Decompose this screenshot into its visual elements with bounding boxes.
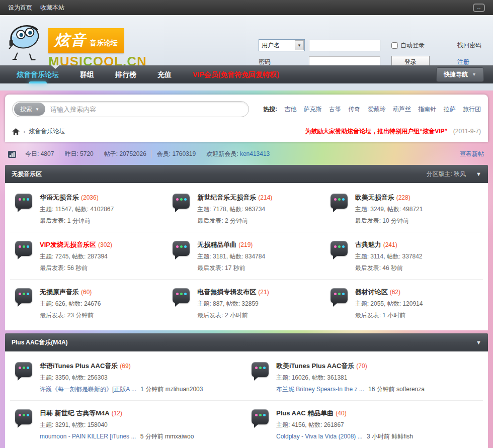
- lastpost-thread-link[interactable]: 布兰妮 Britney Spears-In the z ...: [276, 386, 364, 393]
- forum-bubble-icon[interactable]: [173, 288, 190, 303]
- search-button[interactable]: 搜索 ▼: [14, 103, 45, 116]
- collapse-triangle-icon[interactable]: ▼: [476, 171, 481, 177]
- logo-banner: 炫音 音乐论坛: [48, 28, 124, 53]
- forum-title-link[interactable]: 电音無損专辑发布区: [197, 288, 256, 296]
- forum-bubble-icon[interactable]: [15, 241, 32, 256]
- forum-bubble-icon[interactable]: [15, 194, 32, 209]
- lastpost-thread-link[interactable]: moumoon - PAIN KILLER [iTunes ...: [40, 433, 136, 440]
- set-home-link[interactable]: 设为首页: [8, 4, 32, 12]
- forum-stats-line: 主题: 11547, 帖数: 4102867: [40, 205, 114, 214]
- forum-bubble-icon[interactable]: [15, 288, 32, 303]
- forum-title-link[interactable]: 无损原声音乐: [40, 288, 79, 296]
- header-divider-strip: [0, 83, 493, 91]
- topbar: 设为首页 收藏本站 ↔: [0, 0, 493, 15]
- section-moderators[interactable]: 分区版主: 秋风: [426, 170, 466, 178]
- collapse-triangle-icon[interactable]: ▼: [476, 339, 481, 345]
- forum-today-count: (70): [356, 363, 367, 370]
- forum-stats: 今日: 4807 昨日: 5720 帖子: 20752026 会员: 17603…: [5, 142, 488, 165]
- forum-lastpost-line: Coldplay - Viva la Vida (2008) ... 3 小时前…: [276, 432, 413, 441]
- forum-bubble-icon[interactable]: [15, 409, 32, 424]
- auto-login-checkbox[interactable]: [391, 42, 398, 49]
- forum-title-link[interactable]: 新世纪音乐无损音乐: [197, 194, 256, 201]
- hot-keyword[interactable]: 萨克斯: [304, 106, 322, 113]
- quick-nav-button[interactable]: 快捷导航 ▼: [436, 67, 484, 82]
- search-panel: 搜索 ▼ 热搜: 吉他 萨克斯 古筝 传奇 爱戴玲 葫芦丝 指南针 拉萨 旅行团: [5, 95, 488, 142]
- forum-lastpost-line: 最后发表: 1 分钟前: [40, 217, 114, 225]
- nav-item-groups[interactable]: 群组: [69, 65, 105, 83]
- new-member-link[interactable]: ken413413: [240, 150, 270, 157]
- hot-keyword[interactable]: 指南针: [418, 106, 436, 113]
- forum-cell: 无损原声音乐(60) 主题: 626, 帖数: 24676 最后发表: 23 分…: [10, 280, 168, 326]
- widescreen-toggle-icon[interactable]: ↔: [473, 4, 485, 12]
- forum-cell: 日韩 新世纪 古典等M4A(12) 主题: 3291, 帖数: 158040 m…: [10, 401, 247, 447]
- forum-today-count: (228): [396, 194, 410, 201]
- forum-cell: 华语无损音乐(2036) 主题: 11547, 帖数: 4102867 最后发表…: [10, 185, 168, 232]
- search-chevron-down-icon: ▼: [35, 107, 39, 112]
- auto-login-label: 自动登录: [400, 41, 425, 50]
- hot-keyword[interactable]: 古筝: [329, 106, 341, 113]
- lastpost-thread-link[interactable]: Coldplay - Viva la Vida (2008) ...: [276, 433, 363, 440]
- notice-date: (2011-9-7): [453, 128, 481, 135]
- forum-title-link[interactable]: Plus AAC 精品单曲: [276, 409, 334, 417]
- nav-item-recharge[interactable]: 充值: [147, 65, 182, 83]
- forum-title-link[interactable]: 欧美iTunes Plus AAC音乐: [276, 362, 354, 370]
- forum-title-link[interactable]: 器材讨论区: [355, 288, 388, 296]
- forum-bubble-icon[interactable]: [15, 362, 32, 377]
- home-icon[interactable]: [12, 128, 20, 135]
- hot-keyword[interactable]: 爱戴玲: [368, 106, 386, 113]
- forum-stats-line: 主题: 3249, 帖数: 498721: [355, 205, 423, 214]
- nav-item-ranking[interactable]: 排行榜: [105, 65, 147, 83]
- forum-bubble-icon[interactable]: [331, 288, 348, 303]
- login-field-select[interactable]: 用户名 ▼: [259, 39, 305, 51]
- find-password-link[interactable]: 找回密码: [457, 41, 481, 50]
- forum-stats-line: 主题: 16026, 帖数: 361381: [276, 374, 425, 382]
- nav-item-vip[interactable]: VIP会员(免音符免回复特权): [182, 65, 290, 83]
- select-chevron-down-icon: ▼: [295, 40, 304, 50]
- main-nav: 炫音音乐论坛 群组 排行榜 充值 VIP会员(免音符免回复特权) 快捷导航 ▼: [0, 65, 493, 83]
- hot-keyword[interactable]: 拉萨: [444, 106, 456, 113]
- site-logo[interactable]: 炫音 音乐论坛 MUSICOOL.CN: [4, 17, 147, 69]
- forum-title-link[interactable]: 欧美无损音乐: [355, 194, 394, 201]
- forum-title-link[interactable]: 无损精品单曲: [197, 241, 236, 248]
- forum-title-link[interactable]: 日韩 新世纪 古典等M4A: [40, 409, 110, 417]
- hot-keyword[interactable]: 葫芦丝: [393, 106, 411, 113]
- forum-bubble-icon[interactable]: [252, 362, 269, 377]
- section-header-lossless: 无损音乐区 分区版主: 秋风 ▼: [5, 165, 488, 183]
- stat-posts: 帖子: 20752026: [99, 150, 151, 158]
- vip-notice-link[interactable]: 为鼓励大家赞助炫音论坛，推出特别用户组“炫音VIP”: [305, 128, 447, 135]
- search-bar: 搜索 ▼: [12, 101, 249, 117]
- stat-yesterday: 昨日: 5720: [59, 150, 98, 158]
- forum-stats-line: 主题: 3350, 帖数: 256303: [40, 374, 203, 382]
- forum-today-count: (69): [120, 363, 130, 370]
- forum-title-link[interactable]: 华语无损音乐: [40, 194, 79, 201]
- forum-bubble-icon[interactable]: [331, 194, 348, 209]
- forum-bubble-icon[interactable]: [173, 194, 190, 209]
- forum-cell: 古典魅力(241) 主题: 3114, 帖数: 337842 最后发表: 46 …: [325, 232, 483, 280]
- username-input[interactable]: [309, 40, 380, 51]
- forum-stats-line: 主题: 3291, 帖数: 158040: [40, 421, 194, 429]
- forum-cell: 新世纪音乐无损音乐(214) 主题: 7178, 帖数: 963734 最后发表…: [168, 185, 325, 232]
- hot-keyword[interactable]: 旅行团: [463, 106, 481, 113]
- search-input[interactable]: [45, 106, 247, 113]
- view-new-posts-link[interactable]: 查看新帖: [460, 150, 485, 158]
- forum-lastpost-line: 布兰妮 Britney Spears-In the z ... 16 分钟前 s…: [276, 385, 425, 394]
- hot-keyword[interactable]: 传奇: [348, 106, 360, 113]
- hot-search: 热搜: 吉他 萨克斯 古筝 传奇 爱戴玲 葫芦丝 指南针 拉萨 旅行团: [263, 105, 481, 114]
- lastpost-thread-link[interactable]: 许巍《每一刻都是崭新的》[正版A ...: [40, 386, 136, 393]
- forum-bubble-icon[interactable]: [331, 241, 348, 256]
- mascot-icon: [4, 17, 48, 64]
- forum-title-link[interactable]: 古典魅力: [355, 241, 381, 248]
- welcome-label: 欢迎新会员:: [206, 150, 238, 157]
- bookmark-link[interactable]: 收藏本站: [40, 4, 64, 12]
- forum-bubble-icon[interactable]: [173, 241, 190, 256]
- forum-lastpost-line: 许巍《每一刻都是崭新的》[正版A ... 1 分钟前 mzlihuan2003: [40, 385, 203, 394]
- nav-item-forum-home[interactable]: 炫音音乐论坛: [6, 65, 69, 83]
- section-title: 无损音乐区: [12, 170, 42, 178]
- breadcrumb-forum-link[interactable]: 炫音音乐论坛: [29, 127, 65, 136]
- hot-search-label: 热搜:: [263, 106, 277, 113]
- forum-title-link[interactable]: 华语iTunes Plus AAC音乐: [40, 362, 118, 370]
- forum-title-link-vip[interactable]: VIP发烧无损音乐区: [40, 241, 96, 248]
- forum-cell: VIP发烧无损音乐区(302) 主题: 7245, 帖数: 287394 最后发…: [10, 232, 168, 280]
- forum-bubble-icon[interactable]: [252, 409, 269, 424]
- hot-keyword[interactable]: 吉他: [284, 106, 296, 113]
